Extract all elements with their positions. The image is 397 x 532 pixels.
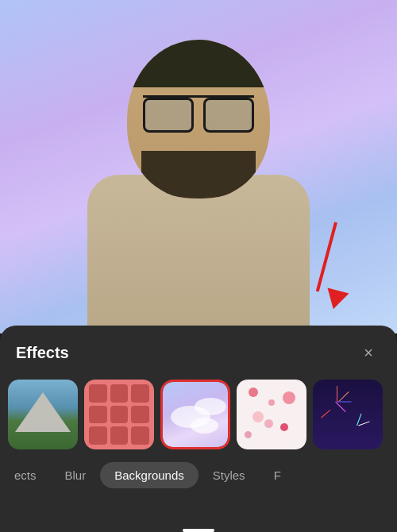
thumb-fireworks[interactable]	[313, 380, 383, 449]
effects-header: Effects ×	[0, 326, 397, 375]
person-hair	[127, 40, 270, 87]
pink-cell-4: ●	[89, 406, 107, 424]
thumbnails-row: ● ● ● ● ● ● ● ● ●	[0, 375, 397, 454]
person-beard	[141, 151, 256, 199]
fw-line-4	[335, 402, 345, 412]
thumb-sky-bg	[163, 382, 228, 447]
thumb-pink-grid[interactable]: ● ● ● ● ● ● ● ● ●	[84, 380, 154, 449]
tab-styles[interactable]: Styles	[198, 462, 260, 488]
fw-line-3	[337, 402, 352, 403]
pink-cell-9: ●	[131, 426, 149, 445]
thumb-confetti-bg	[237, 380, 306, 449]
arrow-head	[322, 287, 349, 311]
pink-cell-7: ●	[89, 426, 107, 445]
close-button[interactable]: ×	[356, 340, 381, 365]
person-glasses	[143, 95, 254, 127]
tab-backgrounds[interactable]: Backgrounds	[100, 462, 198, 488]
tab-effects[interactable]: ects	[0, 462, 51, 488]
pink-cell-8: ●	[110, 426, 129, 445]
fw-line-6	[358, 421, 369, 426]
red-arrow-indicator	[310, 222, 357, 318]
person-body	[87, 175, 310, 333]
effects-panel: Effects × ● ● ● ● ● ● ● ● ●	[0, 326, 397, 532]
confetti-dot-3	[252, 411, 264, 422]
confetti-dot-1	[249, 387, 258, 397]
thumb-confetti[interactable]	[237, 380, 306, 449]
tab-blur[interactable]: Blur	[51, 462, 101, 488]
thumb-pink-bg: ● ● ● ● ● ● ● ● ●	[84, 380, 154, 449]
video-preview	[0, 0, 397, 333]
pink-cell-5: ●	[110, 406, 129, 424]
person-head	[127, 40, 270, 199]
pink-cell-3: ●	[131, 384, 149, 403]
pink-cell-6: ●	[131, 406, 149, 424]
confetti-dot-4	[280, 423, 288, 431]
tab-f[interactable]: F	[260, 462, 295, 488]
fw-line-2	[338, 391, 349, 402]
thumb-fireworks-bg	[313, 380, 383, 449]
thumb-sky-active[interactable]	[160, 380, 230, 449]
thumb-mountain-bg	[8, 380, 78, 449]
pink-cell-1: ●	[89, 384, 107, 403]
cloud-2	[191, 418, 218, 434]
effects-title: Effects	[16, 344, 69, 362]
confetti-dot-5	[283, 391, 295, 404]
confetti-dot-7	[264, 419, 273, 428]
fw-line-7	[321, 410, 330, 418]
pink-cell-2: ●	[110, 384, 129, 403]
thumb-mountain[interactable]	[8, 380, 78, 449]
arrow-line	[316, 222, 337, 291]
confetti-dot-2	[268, 399, 275, 406]
bottom-indicator	[183, 529, 214, 532]
fw-line-1	[337, 386, 337, 402]
confetti-dot-6	[245, 431, 252, 438]
tab-bar: ects Blur Backgrounds Styles F	[0, 454, 397, 493]
cloud-3	[195, 398, 226, 415]
